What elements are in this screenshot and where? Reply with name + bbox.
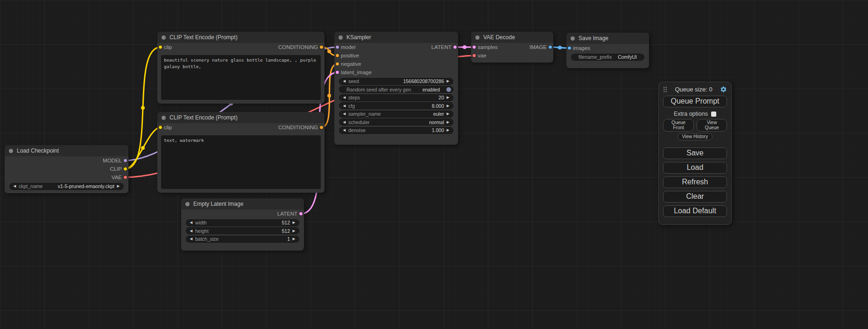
widget-steps[interactable]: ◀ steps 20 ▶: [339, 94, 453, 101]
increment-arrow-icon[interactable]: ▶: [291, 221, 296, 224]
widget-width[interactable]: ◀ width 512 ▶: [186, 219, 299, 226]
increment-arrow-icon[interactable]: ▶: [445, 104, 451, 108]
widget-seed[interactable]: ◀ seed 156680208700286 ▶: [339, 78, 453, 85]
widget-height[interactable]: ◀ height 512 ▶: [186, 227, 299, 234]
input-slot-label-positive: positive: [341, 53, 359, 58]
output-slot-model[interactable]: [123, 159, 127, 163]
node-title-bar[interactable]: CLIP Text Encode (Prompt): [157, 112, 325, 123]
widget-value: 1: [287, 236, 290, 242]
decrement-arrow-icon[interactable]: ◀: [12, 184, 17, 188]
node-title: CLIP Text Encode (Prompt): [169, 34, 238, 41]
gear-icon[interactable]: [720, 85, 727, 93]
increment-arrow-icon[interactable]: ▶: [291, 229, 296, 233]
decrement-arrow-icon[interactable]: ◀: [189, 221, 194, 224]
input-slot-negative[interactable]: [335, 62, 339, 66]
output-slot-image[interactable]: [548, 45, 552, 49]
extra-options-checkbox[interactable]: [711, 112, 716, 117]
output-slot-latent[interactable]: [299, 212, 303, 216]
input-slot-latent-image[interactable]: [335, 70, 339, 75]
node-collapse-dot[interactable]: [162, 116, 166, 120]
node-collapse-dot[interactable]: [475, 35, 480, 40]
widget-sampler-name[interactable]: ◀ sampler_name euler ▶: [339, 111, 453, 118]
input-slot-clip[interactable]: [158, 45, 162, 49]
load-button[interactable]: Load: [663, 162, 727, 174]
widget-label: denoise: [348, 127, 366, 133]
wire-midpoint-dot: [141, 146, 145, 150]
decrement-arrow-icon[interactable]: ◀: [342, 79, 347, 83]
toggle-knob[interactable]: [446, 87, 451, 92]
node-collapse-dot[interactable]: [571, 36, 575, 41]
increment-arrow-icon[interactable]: ▶: [445, 128, 451, 132]
output-slot-label-image: IMAGE: [529, 44, 547, 50]
input-slot-vae[interactable]: [472, 54, 476, 58]
node-title-bar[interactable]: CLIP Text Encode (Prompt): [157, 32, 325, 43]
output-slot-label-vae: VAE: [112, 175, 122, 180]
output-slot-vae[interactable]: [123, 175, 127, 180]
decrement-arrow-icon[interactable]: ◀: [342, 96, 347, 99]
input-slot-label-images: images: [573, 45, 590, 51]
increment-arrow-icon[interactable]: ▶: [445, 120, 451, 124]
node-ksampler[interactable]: KSampler model LATENT positive negative …: [334, 32, 458, 145]
output-slot-label-conditioning: CONDITIONING: [278, 44, 318, 50]
output-slot-conditioning[interactable]: [319, 126, 324, 130]
widget-scheduler[interactable]: ◀ scheduler normal ▶: [339, 119, 453, 126]
widget-ckpt-name[interactable]: ◀ ckpt_name v1-5-pruned-emaonly.ckpt ▶: [9, 183, 124, 190]
widget-batch-size[interactable]: ◀ batch_size 1 ▶: [186, 236, 299, 243]
widget-filename-prefix[interactable]: filename_prefix ComfyUI: [571, 54, 644, 61]
view-history-button[interactable]: View History: [677, 133, 713, 140]
node-empty-latent-image[interactable]: Empty Latent Image LATENT ◀ width 512 ▶ …: [181, 198, 304, 251]
node-collapse-dot[interactable]: [162, 35, 166, 40]
input-slot-clip[interactable]: [158, 126, 162, 130]
input-slot-images[interactable]: [567, 46, 572, 50]
save-button[interactable]: Save: [663, 147, 727, 159]
output-slot-latent[interactable]: [453, 45, 457, 49]
node-save-image[interactable]: Save Image images filename_prefix ComfyU…: [566, 33, 649, 68]
input-slot-model[interactable]: [335, 45, 339, 49]
drag-handle-icon[interactable]: [663, 86, 668, 92]
output-slot-label-conditioning: CONDITIONING: [278, 125, 318, 130]
node-title-bar[interactable]: VAE Decode: [471, 32, 553, 43]
node-collapse-dot[interactable]: [339, 35, 343, 40]
queue-front-button[interactable]: Queue Front: [663, 119, 694, 132]
widget-label: ckpt_name: [19, 183, 42, 189]
widget-denoise[interactable]: ◀ denoise 1.000 ▶: [339, 127, 453, 134]
decrement-arrow-icon[interactable]: ◀: [342, 120, 347, 124]
increment-arrow-icon[interactable]: ▶: [291, 237, 296, 241]
decrement-arrow-icon[interactable]: ◀: [342, 104, 347, 108]
load-default-button[interactable]: Load Default: [663, 205, 727, 217]
decrement-arrow-icon[interactable]: ◀: [342, 112, 347, 116]
node-title-bar[interactable]: Load Checkpoint: [5, 145, 128, 156]
input-slot-samples[interactable]: [472, 45, 476, 49]
widget-label: batch_size: [195, 236, 219, 242]
increment-arrow-icon[interactable]: ▶: [445, 79, 451, 83]
decrement-arrow-icon[interactable]: ◀: [342, 128, 347, 132]
node-collapse-dot[interactable]: [9, 149, 13, 153]
prompt-textarea[interactable]: beautiful scenery nature glass bottle la…: [161, 55, 321, 100]
clear-button[interactable]: Clear: [663, 191, 727, 203]
node-clip-text-encode-negative[interactable]: CLIP Text Encode (Prompt) clip CONDITION…: [157, 112, 325, 193]
node-title-bar[interactable]: Empty Latent Image: [181, 198, 304, 210]
node-title-bar[interactable]: KSampler: [334, 32, 458, 43]
queue-prompt-button[interactable]: Queue Prompt: [663, 96, 727, 107]
node-clip-text-encode-positive[interactable]: CLIP Text Encode (Prompt) clip CONDITION…: [157, 32, 325, 104]
refresh-button[interactable]: Refresh: [663, 176, 727, 188]
increment-arrow-icon[interactable]: ▶: [445, 112, 451, 116]
node-vae-decode[interactable]: VAE Decode samples IMAGE vae: [471, 32, 553, 63]
widget-label: Random seed after every gen: [346, 87, 411, 92]
prompt-textarea[interactable]: text, watermark: [161, 135, 321, 189]
widget-random-seed-toggle[interactable]: Random seed after every gen enabled: [339, 86, 453, 93]
wire-midpoint-dot: [327, 94, 331, 98]
output-slot-conditioning[interactable]: [319, 45, 324, 49]
view-queue-button[interactable]: View Queue: [697, 119, 727, 132]
node-collapse-dot[interactable]: [185, 202, 190, 206]
node-title-bar[interactable]: Save Image: [566, 33, 649, 44]
output-slot-clip[interactable]: [123, 167, 127, 171]
widget-value: enabled: [423, 87, 440, 92]
node-load-checkpoint[interactable]: Load Checkpoint MODEL CLIP VAE ◀ ckpt_na…: [5, 145, 128, 193]
input-slot-positive[interactable]: [335, 54, 339, 58]
increment-arrow-icon[interactable]: ▶: [116, 184, 121, 188]
increment-arrow-icon[interactable]: ▶: [445, 96, 451, 99]
decrement-arrow-icon[interactable]: ◀: [189, 229, 194, 233]
decrement-arrow-icon[interactable]: ◀: [189, 237, 194, 241]
widget-cfg[interactable]: ◀ cfg 8.000 ▶: [339, 102, 453, 109]
